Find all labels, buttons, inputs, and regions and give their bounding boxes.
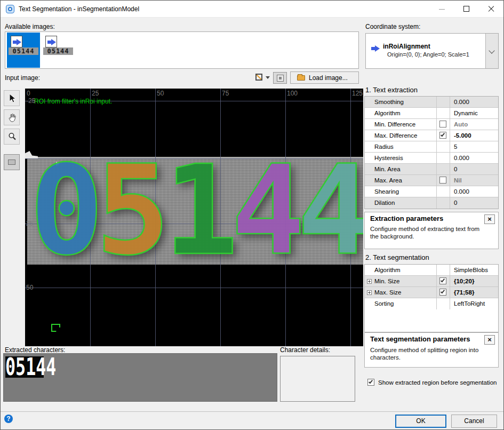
image-arrow-icon xyxy=(11,36,22,47)
param-value[interactable]: {71;58} xyxy=(450,287,498,298)
titlebar: Text Segmentation - inSegmentationModel xyxy=(1,1,503,18)
param-value[interactable]: LeftToRight xyxy=(450,298,498,309)
param-row-dilation[interactable]: Dilation0 xyxy=(365,197,498,209)
param-row-max-area[interactable]: Max. AreaNil xyxy=(365,175,498,186)
input-image-viewer[interactable]: 05144 ROI from filter's inRoi input. 025… xyxy=(25,89,363,346)
expand-icon[interactable] xyxy=(367,279,372,284)
param-checkbox-cell xyxy=(437,265,450,275)
load-image-button[interactable]: Load image... xyxy=(290,71,359,84)
thumbnail-preview: 05144 xyxy=(43,47,73,55)
ruler-x-label: 125 xyxy=(352,90,363,97)
segmented-noise-blob xyxy=(51,324,60,332)
param-value[interactable]: 5 xyxy=(450,141,498,152)
param-value[interactable]: 0 xyxy=(450,164,498,174)
ok-button[interactable]: OK xyxy=(395,415,446,428)
app-icon xyxy=(6,5,14,13)
param-row-min-difference[interactable]: Min. DifferenceAuto xyxy=(365,119,498,130)
available-images-panel: 05144 05144 xyxy=(5,31,359,69)
param-row-algorithm[interactable]: AlgorithmDynamic xyxy=(365,108,498,119)
extracted-characters-label: Extracted characters: xyxy=(5,346,65,354)
ruler-y-label: -25 xyxy=(26,97,35,105)
param-checkbox[interactable] xyxy=(439,132,446,139)
maximize-icon xyxy=(463,6,469,12)
param-name: Sorting xyxy=(365,298,437,309)
param-value[interactable]: 0.000 xyxy=(450,186,498,197)
segmentation-params-box: Text segmentation parameters Configure m… xyxy=(364,332,499,368)
extraction-params-description: Configure method of extracting text from… xyxy=(370,225,489,240)
chevron-down-icon xyxy=(489,47,494,53)
param-checkbox[interactable] xyxy=(439,289,446,296)
param-name: Min. Area xyxy=(365,164,437,174)
param-row-radius[interactable]: Radius5 xyxy=(365,141,498,153)
param-checkbox[interactable] xyxy=(439,177,446,184)
fit-to-window-button[interactable] xyxy=(273,72,287,84)
param-checkbox[interactable] xyxy=(439,121,446,128)
param-row-smoothing[interactable]: Smoothing0.000 xyxy=(365,97,498,108)
param-checkbox[interactable] xyxy=(439,277,446,284)
coordinate-system-label: Coordinate system: xyxy=(365,23,420,30)
param-value[interactable]: 0 xyxy=(450,197,498,209)
param-value[interactable]: 0.000 xyxy=(450,97,498,107)
param-name: Max. Difference xyxy=(365,130,437,141)
param-value[interactable]: 0.000 xyxy=(450,153,498,163)
character-details-panel xyxy=(280,356,355,402)
segmented-character-4[interactable]: 4 xyxy=(297,149,363,273)
param-value[interactable]: SimpleBlobs xyxy=(450,265,498,275)
minimize-icon xyxy=(439,9,445,10)
maximize-button[interactable] xyxy=(454,1,479,18)
extracted-characters-panel[interactable]: 05144 xyxy=(3,353,277,402)
help-button[interactable]: ? xyxy=(4,415,13,423)
param-name: Algorithm xyxy=(365,265,437,275)
segmented-character-2[interactable]: 1 xyxy=(164,149,238,273)
segmentation-params-close-button[interactable]: × xyxy=(484,335,495,345)
param-checkbox-cell xyxy=(437,287,450,298)
available-images-label: Available images: xyxy=(5,23,55,30)
hand-icon xyxy=(7,113,17,122)
coordinate-system-dropdown-button[interactable] xyxy=(485,34,498,68)
expand-icon[interactable] xyxy=(367,290,372,295)
segmented-character-3[interactable]: 4 xyxy=(231,149,306,273)
image-thumbnail[interactable]: 05144 xyxy=(42,33,75,68)
pan-tool-button[interactable] xyxy=(4,109,20,125)
param-row-min-size[interactable]: Min. Size{10;20} xyxy=(365,276,498,287)
ruler-x-label: 75 xyxy=(222,90,229,97)
rectangle-roi-tool-button[interactable] xyxy=(4,154,20,170)
coordinate-system-combo[interactable]: inRoiAlignment Origin=(0, 0); Angle=0; S… xyxy=(365,33,499,69)
close-button[interactable] xyxy=(479,1,503,18)
text-extraction-table: Smoothing0.000AlgorithmDynamicMin. Diffe… xyxy=(364,96,499,209)
select-tool-button[interactable] xyxy=(4,90,20,106)
param-row-min-area[interactable]: Min. Area0 xyxy=(365,164,498,175)
param-value[interactable]: Auto xyxy=(450,119,498,130)
input-image-label: Input image: xyxy=(5,74,40,82)
zoom-tool-button[interactable] xyxy=(4,129,20,145)
extraction-params-close-button[interactable]: × xyxy=(484,214,495,224)
segmentation-params-title: Text segmentation parameters xyxy=(370,335,470,343)
image-thumbnail-selected[interactable]: 05144 xyxy=(7,33,40,68)
roi-display-mode-icon[interactable] xyxy=(255,74,262,81)
param-row-shearing[interactable]: Shearing0.000 xyxy=(365,186,498,197)
ruler-x-label: 100 xyxy=(287,90,298,97)
param-row-max-size[interactable]: Max. Size{71;58} xyxy=(365,287,498,298)
fit-to-window-icon xyxy=(277,75,284,82)
param-value[interactable]: {10;20} xyxy=(450,276,498,286)
param-row-hysteresis[interactable]: Hysteresis0.000 xyxy=(365,153,498,164)
cursor-icon xyxy=(8,93,17,103)
coordinate-system-details: Origin=(0, 0); Angle=0; Scale=1 xyxy=(387,51,469,58)
segmented-character-1[interactable]: 5 xyxy=(95,149,170,273)
param-value[interactable]: Dynamic xyxy=(450,108,498,118)
param-checkbox-cell xyxy=(437,164,450,174)
param-value[interactable]: Nil xyxy=(450,175,498,186)
param-row-algorithm[interactable]: AlgorithmSimpleBlobs xyxy=(365,265,498,276)
ruler-y-label: 50 xyxy=(26,284,33,291)
minimize-button[interactable] xyxy=(430,1,454,18)
roi-display-dropdown-icon[interactable] xyxy=(266,76,270,79)
param-row-sorting[interactable]: SortingLeftToRight xyxy=(365,298,498,309)
cancel-button[interactable]: Cancel xyxy=(451,415,497,428)
param-row-max-difference[interactable]: Max. Difference-5.000 xyxy=(365,130,498,141)
show-region-checkbox[interactable] xyxy=(367,379,374,386)
param-name: Smoothing xyxy=(365,97,437,107)
segmented-character-0[interactable]: 0 xyxy=(29,149,104,273)
text-segmentation-title: 2. Text segmentation xyxy=(365,253,429,261)
param-value[interactable]: -5.000 xyxy=(450,130,498,141)
roi-note: ROI from filter's inRoi input. xyxy=(34,98,112,105)
